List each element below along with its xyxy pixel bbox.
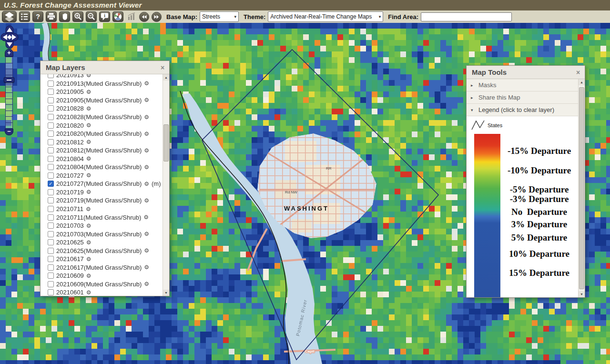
layer-row[interactable]: ✓20210727(Muted Grass/Shrub)⚙(m) [48,180,163,188]
layer-checkbox[interactable] [48,122,54,129]
layer-label[interactable]: 20210804 [56,155,84,162]
layer-checkbox[interactable] [48,139,54,145]
gear-icon[interactable]: ⚙ [144,148,149,153]
layer-row[interactable]: 20210703⚙ [48,222,163,230]
layer-row[interactable]: 20210711(Muted Grass/Shrub)⚙ [48,213,163,222]
gear-icon[interactable]: ⚙ [144,264,149,270]
layer-row[interactable]: 20210804⚙ [48,154,163,163]
find-area-input[interactable] [421,12,512,21]
legend-gradient[interactable] [474,134,500,297]
layer-label[interactable]: 20210727 [56,172,84,179]
basemap-wheel-button[interactable] [112,11,123,22]
identify-button[interactable]: i [99,11,110,22]
layer-row[interactable]: 20210905⚙ [48,88,163,96]
layer-checkbox[interactable] [48,273,54,279]
gear-icon[interactable]: ⚙ [86,139,92,145]
layer-label[interactable]: 20210812(Muted Grass/Shrub) [56,147,142,154]
gear-icon[interactable]: ⚙ [144,114,149,120]
map-viewport[interactable]: WASHINGT Rd NW RR Potomac River Capit + … [0,23,610,364]
layer-checkbox[interactable] [48,114,54,120]
zoom-in-button[interactable]: + [5,49,13,57]
layer-checkbox[interactable] [48,156,54,162]
layer-checkbox[interactable] [48,248,54,254]
scroll-down-icon[interactable]: ▼ [579,291,585,297]
layer-row[interactable]: 20210617(Muted Grass/Shrub)⚙ [48,263,163,272]
next-extent-button[interactable] [152,12,162,22]
layers-scroll-thumb[interactable] [163,124,169,162]
gear-icon[interactable]: ⚙ [143,214,149,220]
zoom-level-tick[interactable] [6,93,12,99]
pan-button[interactable] [59,11,70,22]
zoom-slider[interactable]: + − [4,49,14,135]
layer-row[interactable]: 20210609⚙ [48,272,163,280]
gear-icon[interactable]: ⚙ [86,223,92,229]
gear-icon[interactable]: ⚙ [86,273,92,279]
layer-label[interactable]: 20210804(Muted Grass/Shrub) [56,163,142,171]
layer-checkbox[interactable] [48,74,54,78]
gear-icon[interactable]: ⚙ [144,198,149,203]
legend-list-button[interactable] [19,11,30,22]
layer-label[interactable]: 20210617(Muted Grass/Shrub) [56,264,142,271]
gear-icon[interactable]: ⚙ [144,281,149,287]
layer-checkbox[interactable] [48,131,54,137]
layer-row[interactable]: 20210913⚙ [48,74,163,80]
layer-row[interactable]: 20210905(Muted Grass/Shrub)⚙ [48,96,163,105]
layer-row[interactable]: 20210828⚙ [48,104,163,113]
tools-section-masks[interactable]: ▸Masks [467,79,578,91]
gear-icon[interactable]: ⚙ [144,164,149,170]
pan-dpad[interactable] [0,25,19,49]
layer-label[interactable]: 20210727(Muted Grass/Shrub) [56,180,142,187]
zoom-in-button[interactable] [72,11,83,22]
layer-row[interactable]: 20210804(Muted Grass/Shrub)⚙ [48,163,163,172]
layer-row[interactable]: 20210820(Muted Grass/Shrub)⚙ [48,130,163,138]
departure-legend[interactable]: -15% Departure-10% Departure-5% Departur… [467,134,578,297]
layer-label[interactable]: 20210609(Muted Grass/Shrub) [56,281,142,288]
layer-label[interactable]: 20210820 [56,122,84,129]
gear-icon[interactable]: ⚙ [86,290,92,295]
zoom-level-tick[interactable] [6,111,12,117]
close-icon[interactable]: × [571,69,585,76]
layer-checkbox[interactable] [48,81,54,87]
layer-checkbox[interactable] [48,197,54,203]
print-button[interactable] [46,11,57,22]
layer-label[interactable]: 20210601 [56,289,84,296]
layer-checkbox-checked[interactable]: ✓ [48,181,54,187]
tools-scroll-track[interactable] [579,85,585,291]
layer-label[interactable]: 20210905(Muted Grass/Shrub) [56,97,142,104]
tools-scrollbar[interactable]: ▲ ▼ [578,79,585,297]
layer-label[interactable]: 20210828(Muted Grass/Shrub) [56,113,142,121]
layer-checkbox[interactable] [48,164,54,170]
close-icon[interactable]: × [156,64,169,71]
base-map-select[interactable]: Streets ▾ [200,11,239,22]
gear-icon[interactable]: ⚙ [86,89,92,95]
theme-select[interactable]: Archived Near-Real-Time Change Maps ▾ [268,11,383,22]
gear-icon[interactable]: ⚙ [86,240,92,245]
layer-checkbox[interactable] [48,147,54,153]
gear-icon[interactable]: ⚙ [86,74,92,78]
layer-checkbox[interactable] [48,172,54,179]
zoom-level-tick[interactable] [6,117,12,123]
layer-checkbox[interactable] [48,189,54,195]
tools-scroll-thumb[interactable] [579,87,584,289]
gear-icon[interactable]: ⚙ [144,97,149,103]
layer-checkbox[interactable] [48,289,54,295]
layer-row[interactable]: 20210812(Muted Grass/Shrub)⚙ [48,146,163,155]
gear-icon[interactable]: ⚙ [144,248,149,253]
gear-icon[interactable]: ⚙ [86,122,92,128]
previous-extent-button[interactable] [139,12,149,22]
layer-label[interactable]: 20210617 [56,255,84,263]
layer-label[interactable]: 20210625(Muted Grass/Shrub) [56,247,142,254]
gear-icon[interactable]: ⚙ [86,172,92,178]
layer-checkbox[interactable] [48,231,54,237]
layer-row[interactable]: 20210828(Muted Grass/Shrub)⚙ [48,113,163,121]
layers-scroll-track[interactable] [163,81,169,290]
zoom-level-tick[interactable] [6,123,12,129]
gear-icon[interactable]: ⚙ [86,206,91,212]
layer-checkbox[interactable] [48,222,54,229]
zoom-level-tick[interactable] [6,105,12,111]
layer-row[interactable]: 20210617⚙ [48,255,163,263]
layer-row[interactable]: 20210820⚙ [48,121,163,130]
gear-icon[interactable]: ⚙ [86,106,92,111]
layer-label[interactable]: 20210905 [56,88,84,95]
layer-row[interactable]: 20210703(Muted Grass/Shrub)⚙ [48,230,163,238]
